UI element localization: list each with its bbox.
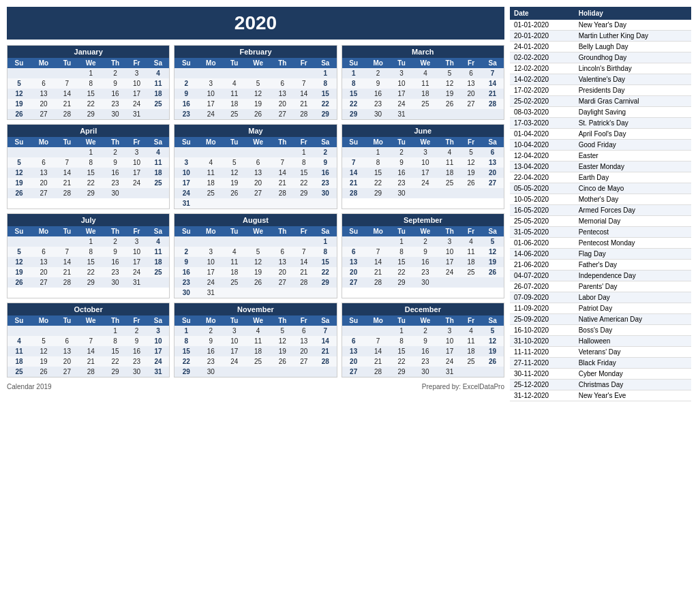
- calendar-cell: [314, 288, 337, 298]
- calendar-cell: 6: [294, 326, 314, 336]
- calendar-cell: 14: [294, 257, 314, 267]
- calendar-cell: 19: [7, 267, 31, 277]
- calendar-cell: 18: [245, 346, 271, 356]
- calendar-cell: 1: [342, 68, 365, 78]
- calendar-cell: 16: [174, 99, 198, 109]
- calendar-cell: 26: [461, 178, 481, 188]
- holiday-name: Independence Day: [575, 271, 691, 281]
- calendar-cell: 26: [271, 356, 294, 367]
- holiday-date: 25-02-2020: [510, 96, 575, 107]
- holiday-name: Lincoln's Birthday: [575, 63, 691, 74]
- holiday-date: 21-06-2020: [510, 260, 575, 271]
- calendar-cell: 2: [174, 78, 198, 89]
- calendar-cell: 8: [78, 247, 104, 257]
- calendar-cell: [174, 236, 198, 247]
- calendar-cell: 22: [365, 178, 391, 188]
- month-block-june: JuneSuMoTuWeThFrSa1234567891011121314151…: [342, 124, 504, 209]
- calendar-cell: 26: [245, 109, 271, 119]
- holiday-date: 04-07-2020: [510, 271, 575, 281]
- calendar-cell: 24: [126, 99, 147, 109]
- calendar-cell: 10: [198, 89, 224, 99]
- footer-left: Calendar 2019: [7, 383, 52, 390]
- calendar-cell: 5: [7, 157, 31, 168]
- day-header-fr: Fr: [294, 226, 314, 236]
- calendar-cell: [294, 198, 314, 209]
- calendar-cell: 29: [174, 367, 198, 377]
- month-table-september: SuMoTuWeThFrSa12345678910111213141516171…: [342, 226, 504, 288]
- calendar-cell: [245, 68, 271, 78]
- calendar-cell: 3: [147, 326, 170, 336]
- day-header-tu: Tu: [57, 137, 78, 147]
- day-header-su: Su: [7, 58, 31, 68]
- calendar-cell: 4: [224, 78, 245, 89]
- calendar-cell: 27: [57, 367, 78, 377]
- calendar-cell: 2: [412, 236, 439, 247]
- calendar-cell: [7, 68, 31, 78]
- day-header-su: Su: [174, 137, 198, 147]
- day-header-fr: Fr: [126, 315, 147, 326]
- calendar-cell: 21: [57, 178, 78, 188]
- calendar-cell: [294, 367, 314, 377]
- calendar-cell: 6: [245, 157, 271, 168]
- calendar-cell: 26: [224, 188, 245, 198]
- calendar-cell: 12: [7, 168, 31, 178]
- calendar-cell: 24: [438, 267, 461, 277]
- calendar-cell: 8: [342, 78, 365, 89]
- holiday-row: 01-01-2020New Year's Day: [510, 20, 691, 31]
- calendar-cell: 24: [224, 356, 245, 367]
- calendar-cell: 15: [391, 346, 412, 356]
- calendar-cell: 19: [438, 89, 461, 99]
- calendar-section: 2020 JanuarySuMoTuWeThFrSa12345678910111…: [7, 7, 504, 401]
- day-header-tu: Tu: [57, 58, 78, 68]
- calendar-cell: 3: [438, 326, 461, 336]
- calendar-cell: [461, 109, 481, 119]
- calendar-cell: 24: [174, 188, 198, 198]
- day-header-th: Th: [438, 226, 461, 236]
- holiday-date: 27-11-2020: [510, 358, 575, 369]
- day-header-fr: Fr: [461, 58, 481, 68]
- calendar-cell: 30: [104, 188, 127, 198]
- calendar-cell: [271, 147, 294, 157]
- calendar-cell: 17: [224, 346, 245, 356]
- calendar-cell: 30: [391, 188, 412, 198]
- calendar-cell: 4: [147, 147, 170, 157]
- calendar-cell: 15: [294, 168, 314, 178]
- day-header-su: Su: [342, 58, 365, 68]
- calendar-cell: 16: [104, 257, 127, 267]
- calendar-cell: [57, 147, 78, 157]
- calendar-cell: 18: [147, 89, 170, 99]
- holiday-row: 08-03-2020Daylight Saving: [510, 107, 691, 118]
- calendar-cell: 28: [342, 188, 365, 198]
- month-table-november: SuMoTuWeThFrSa12345678910111213141516171…: [174, 315, 336, 377]
- calendar-cell: 7: [365, 336, 391, 346]
- calendar-cell: 8: [391, 336, 412, 346]
- calendar-cell: 31: [438, 367, 461, 377]
- day-header-su: Su: [174, 315, 198, 326]
- calendar-cell: 13: [31, 257, 57, 267]
- calendar-cell: 23: [412, 267, 439, 277]
- calendar-cell: 27: [31, 188, 57, 198]
- calendar-cell: 7: [78, 336, 104, 346]
- calendar-cell: 20: [481, 168, 504, 178]
- calendar-cell: 2: [365, 68, 391, 78]
- month-block-august: AugustSuMoTuWeThFrSa12345678910111213141…: [174, 213, 337, 298]
- month-block-january: JanuarySuMoTuWeThFrSa1234567891011121314…: [7, 45, 170, 120]
- calendar-cell: 20: [294, 346, 314, 356]
- holiday-row: 12-04-2020Easter: [510, 151, 691, 161]
- holiday-row: 31-05-2020Pentecost: [510, 227, 691, 238]
- holiday-row: 13-04-2020Easter Monday: [510, 161, 691, 172]
- calendar-cell: 6: [31, 78, 57, 89]
- calendar-cell: 21: [481, 89, 504, 99]
- calendar-cell: 24: [126, 178, 147, 188]
- calendar-cell: [314, 198, 337, 209]
- calendar-cell: 20: [31, 267, 57, 277]
- calendar-cell: 3: [198, 247, 224, 257]
- calendar-cell: 5: [481, 326, 504, 336]
- calendar-cell: 15: [314, 257, 337, 267]
- holiday-name: Father's Day: [575, 260, 691, 271]
- holiday-row: 10-05-2020Mother's Day: [510, 194, 691, 205]
- calendar-cell: 25: [224, 277, 245, 288]
- calendar-cell: 4: [412, 68, 439, 78]
- calendar-cell: 15: [78, 168, 104, 178]
- calendar-cell: 17: [438, 257, 461, 267]
